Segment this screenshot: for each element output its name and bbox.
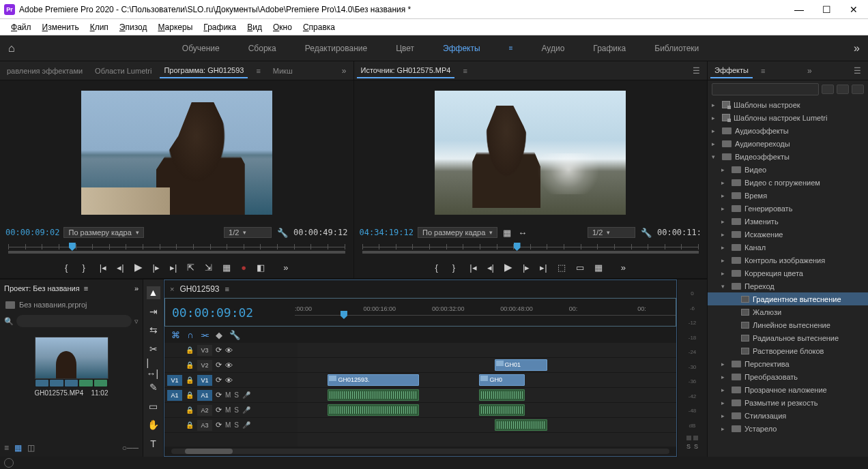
extract-icon[interactable]: ⇲ [205,262,212,273]
track-lane[interactable] [298,388,676,403]
effects-tab[interactable]: Эффекты [710,63,753,78]
lock-icon[interactable]: 🔒 [186,421,194,429]
menu-Вид[interactable]: Вид [242,21,267,33]
voice-icon[interactable]: 🎤 [242,391,250,399]
disclosure-icon[interactable]: ▸ [721,231,728,238]
disclosure-icon[interactable]: ▸ [721,218,728,225]
workspace-Эффекты[interactable]: Эффекты [443,44,480,53]
source-video[interactable] [435,91,626,215]
project-tab[interactable]: Проект: Без названия [4,284,80,292]
snap-icon[interactable]: ⌘ [171,330,180,340]
effects-item[interactable]: ▾Видеоэффекты [708,150,868,163]
track-target[interactable]: V3 [197,345,212,356]
disclosure-icon[interactable]: ▸ [721,361,728,367]
lock-icon[interactable]: 🔒 [186,361,194,369]
panel-options-icon[interactable]: ≡ [84,284,88,292]
video-track-header[interactable]: 🔒V3⟳👁 [164,343,298,358]
disclosure-icon[interactable]: ▸ [721,244,728,251]
visibility-icon[interactable]: 👁 [225,346,233,354]
effects-item[interactable]: Линейное вытеснение [708,318,868,331]
workspace-Графика[interactable]: Графика [593,44,626,53]
menu-Окно[interactable]: Окно [267,21,298,33]
program-scrubber[interactable] [8,241,345,255]
overwrite-icon[interactable]: ▭ [576,262,584,273]
voice-icon[interactable]: 🎤 [242,421,250,429]
sync-lock-icon[interactable]: ⟳ [216,376,222,384]
menu-Справка[interactable]: Справка [298,21,341,33]
mark-out-icon[interactable]: } [82,262,85,273]
icon-view-icon[interactable]: ▦ [14,443,22,453]
video-clip[interactable]: GH01 [495,359,548,371]
effects-item[interactable]: ▸Преобразовать [708,370,868,383]
playhead[interactable] [341,311,347,319]
lock-icon[interactable]: 🔒 [186,406,194,414]
solo-right[interactable]: S [694,443,698,450]
transport-overflow[interactable]: » [621,262,626,273]
sync-lock-icon[interactable]: ⟳ [216,391,222,399]
home-icon[interactable]: ⌂ [8,42,27,55]
menu-Эпизод[interactable]: Эпизод [114,21,153,33]
workspace-Цвет[interactable]: Цвет [396,44,414,53]
workspace-Библиотеки[interactable]: Библиотеки [654,44,699,53]
track-target[interactable]: V1 [197,375,212,386]
panel-options-icon[interactable]: ≡ [225,285,229,293]
monitor-tab[interactable]: Микш [269,64,297,78]
step-back-icon[interactable]: ◂| [117,262,124,273]
maximize-button[interactable]: ☐ [816,4,837,15]
workspace-overflow[interactable]: » [854,42,860,55]
menu-Изменить[interactable]: Изменить [37,21,85,33]
track-target[interactable]: A3 [197,420,212,431]
ripple-edit-tool[interactable]: ⇆ [147,324,160,337]
video-clip[interactable]: GH012593. [328,374,418,386]
source-scrubber[interactable] [362,241,699,255]
panel-options-icon[interactable]: ≡ [459,64,471,78]
disclosure-icon[interactable]: ▸ [712,102,719,108]
panel-options-icon[interactable]: ≡ [757,64,769,78]
disclosure-icon[interactable]: ▸ [712,140,719,147]
lift-icon[interactable]: ⇱ [187,262,194,273]
32bit-filter-icon[interactable] [837,85,849,94]
play-icon[interactable]: ▶ [504,261,512,273]
program-video[interactable] [81,91,272,215]
source-res-dropdown[interactable]: 1/2 [588,227,635,238]
track-target[interactable]: V2 [197,360,212,371]
wrench-icon[interactable]: 🔧 [639,228,653,238]
disclosure-icon[interactable]: ▸ [721,399,728,406]
program-res-dropdown[interactable]: 1/2 [224,227,272,238]
disclosure-icon[interactable]: ▸ [712,127,719,134]
effects-item[interactable]: Градиентное вытеснение [708,292,868,305]
effects-item[interactable]: ▾Переход [708,279,868,292]
voice-icon[interactable]: 🎤 [242,406,250,414]
disclosure-icon[interactable]: ▸ [721,166,728,173]
track-lane[interactable]: GH012593.GH0 [298,373,676,388]
effects-item[interactable]: ▸Видео с погружением [708,176,868,189]
effects-item[interactable]: ▸Прозрачное наложение [708,383,868,396]
effects-item[interactable]: ▸Видео [708,163,868,176]
disclosure-icon[interactable]: ▸ [721,179,728,186]
marker-icon[interactable]: ◆ [216,330,222,340]
effects-item[interactable]: ▸Аудиопереходы [708,137,868,150]
close-tab-icon[interactable]: × [170,285,174,293]
video-clip[interactable]: GH0 [479,374,525,386]
disclosure-icon[interactable]: ▸ [712,115,719,121]
panel-overflow[interactable]: » [803,63,816,78]
track-lane[interactable]: GH01 [298,358,676,373]
panel-menu-icon[interactable]: ☰ [689,63,704,78]
program-fit-dropdown[interactable]: По размеру кадра [63,227,143,238]
track-select-tool[interactable]: ⇥ [147,305,160,318]
track-lane[interactable] [298,418,676,433]
lock-icon[interactable]: 🔒 [186,391,194,399]
export-frame-icon[interactable]: ▦ [594,262,603,273]
selection-tool[interactable]: ▲ [147,286,160,299]
panel-menu-icon[interactable]: ☰ [850,63,865,78]
audio-clip[interactable] [495,419,548,431]
source-tab[interactable]: Источник: GH012575.MP4 [357,63,455,78]
effects-item[interactable]: ▸Генерировать [708,202,868,215]
mute-icon[interactable]: M [225,421,231,429]
monitor-overflow[interactable]: » [338,63,351,78]
freeform-view-icon[interactable]: ◫ [27,443,35,453]
disclosure-icon[interactable]: ▸ [721,412,728,419]
mark-in-icon[interactable]: { [435,262,438,273]
goto-in-icon[interactable]: |◂ [469,262,476,273]
project-clip[interactable]: GH012575.MP411:02 [35,337,108,397]
